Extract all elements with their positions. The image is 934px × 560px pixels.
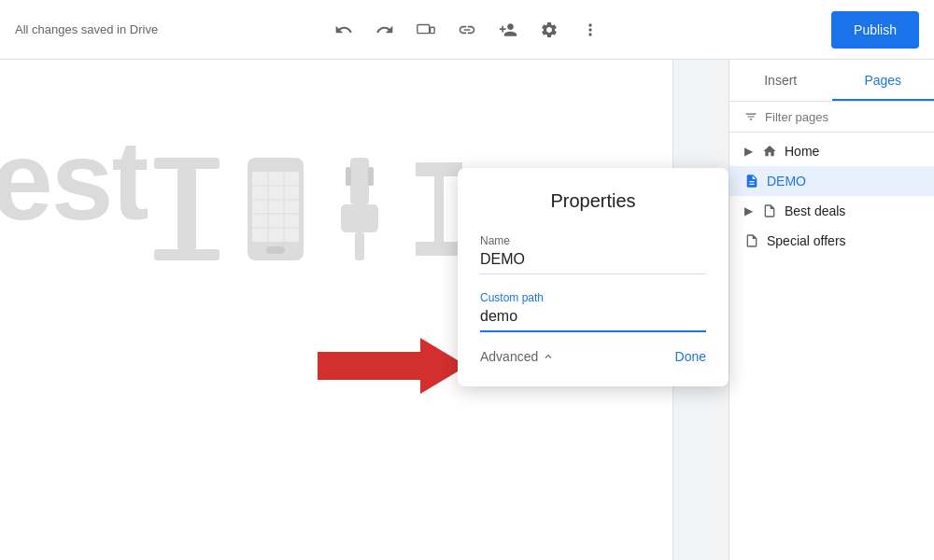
page-label-best-deals: Best deals: [785, 203, 845, 218]
more-vert-icon: [581, 21, 600, 39]
red-arrow: [318, 330, 467, 416]
svg-rect-7: [266, 246, 285, 254]
svg-rect-0: [417, 24, 430, 33]
name-field-value: DEMO: [480, 251, 706, 274]
page-label-special-offers: Special offers: [767, 233, 846, 248]
device-preview-button[interactable]: [407, 11, 445, 49]
home-icon: [762, 144, 777, 159]
more-options-button[interactable]: [572, 11, 609, 49]
phone-icon: [243, 153, 308, 265]
svg-rect-16: [355, 232, 364, 260]
plug-icon: [327, 153, 392, 265]
custom-path-value[interactable]: demo: [480, 308, 706, 332]
tab-insert[interactable]: Insert: [729, 60, 832, 101]
undo-icon: [334, 21, 353, 39]
add-collaborator-button[interactable]: [489, 11, 527, 49]
custom-path-label: Custom path: [480, 291, 706, 304]
sidebar-item-special-offers[interactable]: Special offers: [729, 226, 934, 256]
advanced-label: Advanced: [480, 349, 538, 364]
filter-input[interactable]: [765, 110, 919, 124]
svg-rect-4: [154, 249, 219, 260]
svg-rect-3: [177, 169, 196, 249]
canvas-illustrations: [149, 153, 467, 265]
properties-dialog: Properties Name DEMO Custom path demo Ad…: [458, 168, 729, 386]
publish-button[interactable]: Publish: [831, 11, 919, 49]
gear-icon: [540, 21, 559, 39]
page-icon-special-offers: [744, 233, 759, 248]
tab-pages[interactable]: Pages: [832, 60, 935, 101]
toolbar-right: Publish: [831, 11, 919, 49]
pages-list: ▶ Home DEMO ▶ Best deals Special offers: [729, 133, 934, 560]
expand-arrow-home: ▶: [744, 145, 753, 158]
filter-icon: [744, 109, 757, 124]
sidebar-filter: [729, 102, 934, 133]
svg-marker-19: [318, 338, 467, 394]
svg-rect-15: [341, 204, 378, 232]
add-person-icon: [499, 21, 517, 39]
svg-rect-18: [368, 167, 374, 186]
page-label-home: Home: [785, 144, 819, 159]
svg-rect-1: [431, 27, 435, 33]
sidebar: Insert Pages ▶ Home DEMO ▶ Best deals: [729, 60, 934, 560]
dialog-footer: Advanced Done: [480, 349, 706, 364]
page-filled-icon-demo: [744, 174, 759, 189]
link-button[interactable]: [448, 11, 486, 49]
toolbar-left: All changes saved in Drive: [15, 22, 158, 36]
svg-rect-6: [252, 172, 299, 242]
page-label-demo: DEMO: [767, 174, 806, 189]
dialog-title: Properties: [480, 190, 706, 212]
page-icon-best-deals: [762, 203, 777, 218]
sidebar-item-demo[interactable]: DEMO: [729, 166, 934, 196]
sidebar-tabs: Insert Pages: [729, 60, 934, 102]
svg-rect-14: [350, 158, 369, 204]
canvas-background-text: est: [0, 116, 147, 245]
name-field-label: Name: [480, 234, 706, 247]
svg-rect-17: [346, 167, 351, 186]
settings-button[interactable]: [531, 11, 568, 49]
toolbar: All changes saved in Drive Publish: [0, 0, 934, 60]
redo-icon: [375, 21, 394, 39]
redo-button[interactable]: [366, 11, 403, 49]
saved-status: All changes saved in Drive: [15, 22, 158, 36]
sidebar-item-home[interactable]: ▶ Home: [729, 136, 934, 166]
svg-rect-2: [154, 158, 219, 169]
advanced-button[interactable]: Advanced: [480, 349, 555, 364]
device-icon: [416, 20, 436, 40]
done-button[interactable]: Done: [675, 349, 706, 364]
expand-arrow-best-deals: ▶: [744, 204, 753, 217]
i-beam-icon: [149, 153, 224, 265]
toolbar-center: [325, 11, 609, 49]
undo-button[interactable]: [325, 11, 362, 49]
expand-up-icon: [542, 350, 555, 363]
sidebar-item-best-deals[interactable]: ▶ Best deals: [729, 196, 934, 226]
link-icon: [458, 21, 476, 39]
